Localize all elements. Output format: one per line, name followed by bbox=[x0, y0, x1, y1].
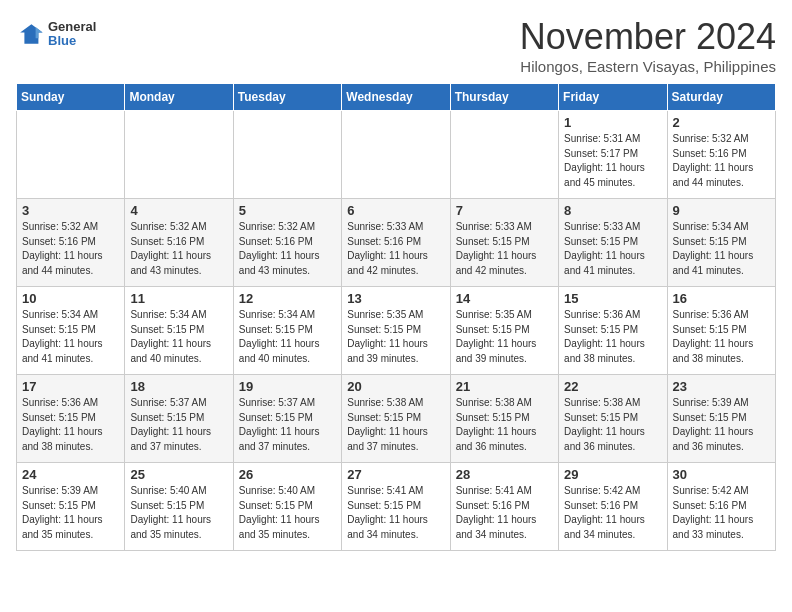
day-number: 9 bbox=[673, 203, 770, 218]
month-title: November 2024 bbox=[520, 16, 776, 58]
calendar-week-row: 10Sunrise: 5:34 AM Sunset: 5:15 PM Dayli… bbox=[17, 287, 776, 375]
weekday-header: Tuesday bbox=[233, 84, 341, 111]
day-number: 18 bbox=[130, 379, 227, 394]
day-number: 19 bbox=[239, 379, 336, 394]
day-info: Sunrise: 5:37 AM Sunset: 5:15 PM Dayligh… bbox=[239, 396, 336, 454]
weekday-header: Friday bbox=[559, 84, 667, 111]
calendar-day-cell bbox=[342, 111, 450, 199]
day-number: 4 bbox=[130, 203, 227, 218]
day-number: 26 bbox=[239, 467, 336, 482]
weekday-header: Thursday bbox=[450, 84, 558, 111]
day-info: Sunrise: 5:41 AM Sunset: 5:15 PM Dayligh… bbox=[347, 484, 444, 542]
day-info: Sunrise: 5:36 AM Sunset: 5:15 PM Dayligh… bbox=[564, 308, 661, 366]
day-info: Sunrise: 5:32 AM Sunset: 5:16 PM Dayligh… bbox=[673, 132, 770, 190]
calendar-day-cell: 9Sunrise: 5:34 AM Sunset: 5:15 PM Daylig… bbox=[667, 199, 775, 287]
calendar-day-cell: 6Sunrise: 5:33 AM Sunset: 5:16 PM Daylig… bbox=[342, 199, 450, 287]
calendar-week-row: 3Sunrise: 5:32 AM Sunset: 5:16 PM Daylig… bbox=[17, 199, 776, 287]
calendar-day-cell: 21Sunrise: 5:38 AM Sunset: 5:15 PM Dayli… bbox=[450, 375, 558, 463]
day-number: 27 bbox=[347, 467, 444, 482]
calendar-table: SundayMondayTuesdayWednesdayThursdayFrid… bbox=[16, 83, 776, 551]
day-info: Sunrise: 5:40 AM Sunset: 5:15 PM Dayligh… bbox=[239, 484, 336, 542]
day-info: Sunrise: 5:33 AM Sunset: 5:16 PM Dayligh… bbox=[347, 220, 444, 278]
day-info: Sunrise: 5:38 AM Sunset: 5:15 PM Dayligh… bbox=[347, 396, 444, 454]
day-number: 8 bbox=[564, 203, 661, 218]
calendar-day-cell: 23Sunrise: 5:39 AM Sunset: 5:15 PM Dayli… bbox=[667, 375, 775, 463]
day-info: Sunrise: 5:35 AM Sunset: 5:15 PM Dayligh… bbox=[347, 308, 444, 366]
day-number: 20 bbox=[347, 379, 444, 394]
weekday-row: SundayMondayTuesdayWednesdayThursdayFrid… bbox=[17, 84, 776, 111]
day-info: Sunrise: 5:41 AM Sunset: 5:16 PM Dayligh… bbox=[456, 484, 553, 542]
day-number: 21 bbox=[456, 379, 553, 394]
day-number: 22 bbox=[564, 379, 661, 394]
logo-icon bbox=[16, 20, 44, 48]
calendar-day-cell: 4Sunrise: 5:32 AM Sunset: 5:16 PM Daylig… bbox=[125, 199, 233, 287]
calendar-day-cell: 24Sunrise: 5:39 AM Sunset: 5:15 PM Dayli… bbox=[17, 463, 125, 551]
calendar-day-cell: 13Sunrise: 5:35 AM Sunset: 5:15 PM Dayli… bbox=[342, 287, 450, 375]
calendar-day-cell: 30Sunrise: 5:42 AM Sunset: 5:16 PM Dayli… bbox=[667, 463, 775, 551]
calendar-day-cell: 28Sunrise: 5:41 AM Sunset: 5:16 PM Dayli… bbox=[450, 463, 558, 551]
calendar-day-cell bbox=[450, 111, 558, 199]
day-info: Sunrise: 5:38 AM Sunset: 5:15 PM Dayligh… bbox=[456, 396, 553, 454]
weekday-header: Monday bbox=[125, 84, 233, 111]
calendar-day-cell bbox=[125, 111, 233, 199]
weekday-header: Sunday bbox=[17, 84, 125, 111]
calendar-week-row: 17Sunrise: 5:36 AM Sunset: 5:15 PM Dayli… bbox=[17, 375, 776, 463]
calendar-day-cell: 22Sunrise: 5:38 AM Sunset: 5:15 PM Dayli… bbox=[559, 375, 667, 463]
calendar-day-cell: 18Sunrise: 5:37 AM Sunset: 5:15 PM Dayli… bbox=[125, 375, 233, 463]
day-number: 11 bbox=[130, 291, 227, 306]
logo-blue: Blue bbox=[48, 34, 96, 48]
calendar-day-cell: 11Sunrise: 5:34 AM Sunset: 5:15 PM Dayli… bbox=[125, 287, 233, 375]
day-number: 3 bbox=[22, 203, 119, 218]
calendar-day-cell: 10Sunrise: 5:34 AM Sunset: 5:15 PM Dayli… bbox=[17, 287, 125, 375]
calendar-day-cell: 16Sunrise: 5:36 AM Sunset: 5:15 PM Dayli… bbox=[667, 287, 775, 375]
calendar-body: 1Sunrise: 5:31 AM Sunset: 5:17 PM Daylig… bbox=[17, 111, 776, 551]
calendar-day-cell: 15Sunrise: 5:36 AM Sunset: 5:15 PM Dayli… bbox=[559, 287, 667, 375]
title-section: November 2024 Hilongos, Eastern Visayas,… bbox=[520, 16, 776, 75]
day-number: 14 bbox=[456, 291, 553, 306]
day-number: 10 bbox=[22, 291, 119, 306]
day-info: Sunrise: 5:40 AM Sunset: 5:15 PM Dayligh… bbox=[130, 484, 227, 542]
day-info: Sunrise: 5:42 AM Sunset: 5:16 PM Dayligh… bbox=[564, 484, 661, 542]
day-number: 16 bbox=[673, 291, 770, 306]
logo-general: General bbox=[48, 20, 96, 34]
day-number: 6 bbox=[347, 203, 444, 218]
calendar-day-cell: 17Sunrise: 5:36 AM Sunset: 5:15 PM Dayli… bbox=[17, 375, 125, 463]
day-info: Sunrise: 5:31 AM Sunset: 5:17 PM Dayligh… bbox=[564, 132, 661, 190]
calendar-day-cell: 5Sunrise: 5:32 AM Sunset: 5:16 PM Daylig… bbox=[233, 199, 341, 287]
logo-text: General Blue bbox=[48, 20, 96, 49]
calendar-day-cell: 20Sunrise: 5:38 AM Sunset: 5:15 PM Dayli… bbox=[342, 375, 450, 463]
calendar-day-cell: 14Sunrise: 5:35 AM Sunset: 5:15 PM Dayli… bbox=[450, 287, 558, 375]
calendar-week-row: 24Sunrise: 5:39 AM Sunset: 5:15 PM Dayli… bbox=[17, 463, 776, 551]
day-number: 7 bbox=[456, 203, 553, 218]
day-number: 29 bbox=[564, 467, 661, 482]
calendar-day-cell: 12Sunrise: 5:34 AM Sunset: 5:15 PM Dayli… bbox=[233, 287, 341, 375]
page-header: General Blue November 2024 Hilongos, Eas… bbox=[16, 16, 776, 75]
day-info: Sunrise: 5:39 AM Sunset: 5:15 PM Dayligh… bbox=[673, 396, 770, 454]
day-info: Sunrise: 5:34 AM Sunset: 5:15 PM Dayligh… bbox=[673, 220, 770, 278]
location-title: Hilongos, Eastern Visayas, Philippines bbox=[520, 58, 776, 75]
day-info: Sunrise: 5:38 AM Sunset: 5:15 PM Dayligh… bbox=[564, 396, 661, 454]
weekday-header: Saturday bbox=[667, 84, 775, 111]
calendar-day-cell: 19Sunrise: 5:37 AM Sunset: 5:15 PM Dayli… bbox=[233, 375, 341, 463]
calendar-day-cell: 29Sunrise: 5:42 AM Sunset: 5:16 PM Dayli… bbox=[559, 463, 667, 551]
calendar-day-cell: 2Sunrise: 5:32 AM Sunset: 5:16 PM Daylig… bbox=[667, 111, 775, 199]
day-info: Sunrise: 5:36 AM Sunset: 5:15 PM Dayligh… bbox=[673, 308, 770, 366]
calendar-day-cell: 3Sunrise: 5:32 AM Sunset: 5:16 PM Daylig… bbox=[17, 199, 125, 287]
day-number: 13 bbox=[347, 291, 444, 306]
day-number: 12 bbox=[239, 291, 336, 306]
weekday-header: Wednesday bbox=[342, 84, 450, 111]
day-number: 5 bbox=[239, 203, 336, 218]
day-number: 24 bbox=[22, 467, 119, 482]
calendar-day-cell: 8Sunrise: 5:33 AM Sunset: 5:15 PM Daylig… bbox=[559, 199, 667, 287]
day-number: 2 bbox=[673, 115, 770, 130]
day-number: 1 bbox=[564, 115, 661, 130]
calendar-day-cell: 27Sunrise: 5:41 AM Sunset: 5:15 PM Dayli… bbox=[342, 463, 450, 551]
day-info: Sunrise: 5:32 AM Sunset: 5:16 PM Dayligh… bbox=[130, 220, 227, 278]
day-info: Sunrise: 5:33 AM Sunset: 5:15 PM Dayligh… bbox=[456, 220, 553, 278]
day-info: Sunrise: 5:34 AM Sunset: 5:15 PM Dayligh… bbox=[130, 308, 227, 366]
day-info: Sunrise: 5:39 AM Sunset: 5:15 PM Dayligh… bbox=[22, 484, 119, 542]
day-number: 30 bbox=[673, 467, 770, 482]
calendar-day-cell bbox=[17, 111, 125, 199]
day-number: 17 bbox=[22, 379, 119, 394]
day-info: Sunrise: 5:32 AM Sunset: 5:16 PM Dayligh… bbox=[239, 220, 336, 278]
